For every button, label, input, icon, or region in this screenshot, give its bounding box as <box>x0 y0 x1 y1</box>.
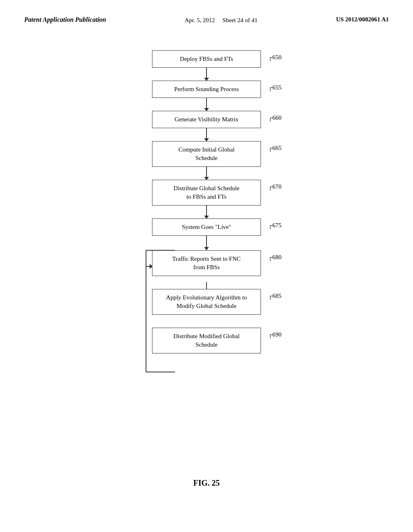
figure-label: FIG. 25 <box>193 478 220 488</box>
ref-685: ┌685 <box>268 292 282 300</box>
box-650: Deploy FBSs and FTs ┌650 <box>152 50 261 68</box>
ref-680: ┌680 <box>268 253 282 262</box>
arrow-2 <box>206 98 207 111</box>
box-680-label: Traffic Reports Sent to FNCfrom FBSs <box>172 256 241 270</box>
box-665-label: Compute Initial GlobalSchedule <box>178 146 234 161</box>
box-675-label: System Goes "Live" <box>182 224 231 230</box>
publication-date: Apr. 5, 2012 <box>185 17 215 23</box>
sheet-info: Sheet 24 of 41 <box>222 17 257 23</box>
box-675: System Goes "Live" ┌675 <box>152 218 261 236</box>
box-665: Compute Initial GlobalSchedule ┌665 <box>152 141 261 167</box>
box-685-label: Apply Evolutionary Algorithm toModify Gl… <box>166 294 247 309</box>
box-655-label: Perform Sounding Process <box>174 86 239 92</box>
box-650-label: Deploy FBSs and FTs <box>180 56 233 62</box>
box-660: Generate Visibility Matrix ┌660 <box>152 111 261 128</box>
publication-title: Patent Application Publication <box>24 16 106 23</box>
box-660-label: Generate Visibility Matrix <box>175 116 238 123</box>
ref-675: ┌675 <box>268 221 282 230</box>
svg-marker-1 <box>204 247 209 250</box>
box-670-label: Distribute Global Scheduleto FBSs and FT… <box>173 185 239 200</box>
box-685: Apply Evolutionary Algorithm toModify Gl… <box>152 289 261 315</box>
ref-670: ┌670 <box>268 183 282 191</box>
box-670: Distribute Global Scheduleto FBSs and FT… <box>152 180 261 206</box>
ref-665: ┌665 <box>268 144 282 152</box>
box-690-label: Distribute Modified GlobalSchedule <box>173 333 240 348</box>
arrow-5 <box>206 206 207 218</box>
patent-number: US 2012/0082061 A1 <box>336 16 389 23</box>
box-655: Perform Sounding Process ┌655 <box>152 81 261 98</box>
header-center: Apr. 5, 2012 Sheet 24 of 41 <box>185 16 258 25</box>
arrow-1 <box>206 68 207 81</box>
page-header: Patent Application Publication Apr. 5, 2… <box>0 0 413 25</box>
ref-660: ┌660 <box>268 114 282 122</box>
box-680: Traffic Reports Sent to FNCfrom FBSs ┌68… <box>152 250 261 276</box>
box-690: Distribute Modified GlobalSchedule ┌690 <box>152 328 261 353</box>
arrow-4 <box>206 167 207 180</box>
ref-650: ┌650 <box>268 53 282 62</box>
arrow-3 <box>206 128 207 141</box>
ref-690: ┌690 <box>268 330 282 339</box>
ref-655: ┌655 <box>268 83 282 92</box>
